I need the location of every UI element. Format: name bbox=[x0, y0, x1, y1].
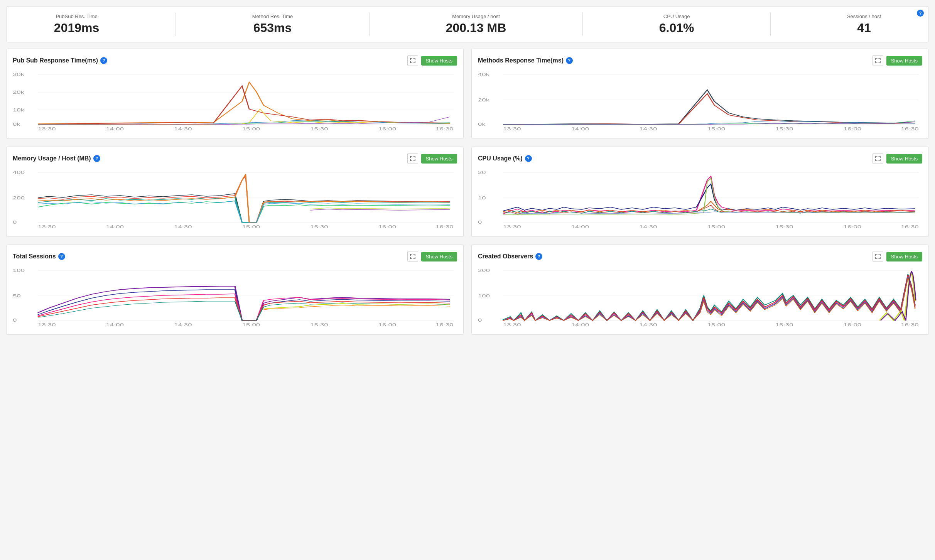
chart-observers: Created Observers ? Show Hosts 200 100 0 bbox=[471, 245, 929, 335]
stat-pubsub-value: 2019ms bbox=[54, 21, 99, 35]
svg-text:16:00: 16:00 bbox=[378, 225, 396, 229]
svg-text:15:30: 15:30 bbox=[310, 127, 328, 131]
stat-divider-4 bbox=[770, 13, 771, 36]
stat-sessions-value: 41 bbox=[847, 21, 881, 35]
chart-cpu-svg: 20 10 0 13:30 14:00 14:30 15:00 15:30 16… bbox=[478, 169, 922, 230]
chart-cpu-expand-button[interactable] bbox=[873, 153, 883, 164]
stat-divider-1 bbox=[176, 13, 176, 36]
chart-cpu-show-hosts-button[interactable]: Show Hosts bbox=[886, 154, 922, 164]
chart-observers-show-hosts-button[interactable]: Show Hosts bbox=[886, 252, 922, 261]
chart-observers-expand-button[interactable] bbox=[873, 251, 883, 262]
chart-methods-controls: Show Hosts bbox=[873, 55, 922, 66]
chart-sessions-help-icon[interactable]: ? bbox=[58, 253, 65, 260]
svg-text:16:00: 16:00 bbox=[844, 225, 861, 229]
stat-pubsub-label: PubSub Res. Time bbox=[54, 13, 99, 19]
chart-observers-title-group: Created Observers ? bbox=[478, 253, 542, 260]
svg-text:30k: 30k bbox=[13, 73, 25, 77]
svg-text:13:30: 13:30 bbox=[38, 225, 56, 229]
chart-memory-expand-button[interactable] bbox=[407, 153, 418, 164]
svg-text:0: 0 bbox=[478, 220, 482, 224]
chart-pubsub-show-hosts-button[interactable]: Show Hosts bbox=[421, 56, 457, 66]
svg-text:20: 20 bbox=[478, 170, 486, 175]
expand-icon bbox=[875, 156, 881, 161]
chart-memory-title-group: Memory Usage / Host (MB) ? bbox=[13, 155, 100, 162]
svg-text:14:00: 14:00 bbox=[106, 127, 124, 131]
svg-text:15:00: 15:00 bbox=[242, 225, 260, 229]
svg-text:20k: 20k bbox=[478, 98, 490, 102]
expand-icon bbox=[410, 58, 415, 63]
svg-text:15:30: 15:30 bbox=[775, 225, 793, 229]
svg-text:16:00: 16:00 bbox=[844, 323, 861, 327]
chart-pubsub-help-icon[interactable]: ? bbox=[100, 57, 107, 64]
svg-text:10: 10 bbox=[478, 196, 486, 200]
svg-text:15:00: 15:00 bbox=[707, 225, 725, 229]
svg-text:14:30: 14:30 bbox=[639, 323, 657, 327]
chart-observers-title: Created Observers bbox=[478, 253, 533, 260]
chart-memory-help-icon[interactable]: ? bbox=[93, 155, 100, 162]
chart-memory-svg: 400 200 0 13:30 14:00 14:30 15:00 15:30 … bbox=[13, 169, 457, 230]
chart-methods-help-icon[interactable]: ? bbox=[566, 57, 573, 64]
chart-methods-expand-button[interactable] bbox=[873, 55, 883, 66]
chart-memory-title: Memory Usage / Host (MB) bbox=[13, 155, 91, 162]
svg-text:15:30: 15:30 bbox=[310, 323, 328, 327]
chart-pubsub-expand-button[interactable] bbox=[407, 55, 418, 66]
charts-grid: Pub Sub Response Time(ms) ? Show Hosts 3… bbox=[6, 49, 929, 335]
chart-sessions-show-hosts-button[interactable]: Show Hosts bbox=[421, 252, 457, 261]
chart-observers-help-icon[interactable]: ? bbox=[535, 253, 542, 260]
svg-text:13:30: 13:30 bbox=[38, 127, 56, 131]
svg-text:14:00: 14:00 bbox=[571, 127, 589, 131]
chart-observers-svg: 200 100 0 13:30 14:00 14:30 15:00 15:30 … bbox=[478, 267, 922, 328]
chart-methods-header: Methods Response Time(ms) ? Show Hosts bbox=[478, 55, 922, 66]
svg-text:15:00: 15:00 bbox=[242, 323, 260, 327]
stat-divider-3 bbox=[582, 13, 583, 36]
stat-method: Method Res. Time 653ms bbox=[252, 13, 293, 35]
chart-cpu-help-icon[interactable]: ? bbox=[525, 155, 532, 162]
svg-text:16:30: 16:30 bbox=[435, 127, 453, 131]
svg-text:14:30: 14:30 bbox=[174, 127, 192, 131]
chart-methods-area: 40k 20k 0k 13:30 14:00 14:30 15:00 15:30… bbox=[478, 71, 922, 132]
svg-text:16:30: 16:30 bbox=[435, 225, 453, 229]
expand-icon bbox=[875, 254, 881, 259]
svg-text:0k: 0k bbox=[478, 122, 486, 127]
svg-text:14:30: 14:30 bbox=[174, 225, 192, 229]
expand-icon bbox=[410, 254, 415, 259]
svg-text:0k: 0k bbox=[13, 122, 20, 127]
svg-text:16:30: 16:30 bbox=[435, 323, 453, 327]
svg-text:10k: 10k bbox=[13, 108, 25, 112]
svg-text:100: 100 bbox=[13, 268, 25, 273]
chart-pubsub-title-group: Pub Sub Response Time(ms) ? bbox=[13, 57, 107, 64]
chart-cpu-area: 20 10 0 13:30 14:00 14:30 15:00 15:30 16… bbox=[478, 169, 922, 230]
expand-icon bbox=[410, 156, 415, 161]
chart-cpu-title: CPU Usage (%) bbox=[478, 155, 523, 162]
svg-text:14:00: 14:00 bbox=[106, 323, 124, 327]
chart-sessions-controls: Show Hosts bbox=[407, 251, 457, 262]
stat-method-label: Method Res. Time bbox=[252, 13, 293, 19]
chart-sessions: Total Sessions ? Show Hosts 100 50 0 bbox=[6, 245, 464, 335]
chart-sessions-header: Total Sessions ? Show Hosts bbox=[13, 251, 457, 262]
chart-memory: Memory Usage / Host (MB) ? Show Hosts 40… bbox=[6, 147, 464, 237]
chart-pubsub-svg: 30k 20k 10k 0k 13:30 14:00 14:30 15:00 1… bbox=[13, 71, 457, 132]
stat-method-value: 653ms bbox=[252, 21, 293, 35]
stat-memory-value: 200.13 MB bbox=[446, 21, 506, 35]
chart-methods-show-hosts-button[interactable]: Show Hosts bbox=[886, 56, 922, 66]
chart-memory-show-hosts-button[interactable]: Show Hosts bbox=[421, 154, 457, 164]
svg-text:15:30: 15:30 bbox=[310, 225, 328, 229]
chart-sessions-title: Total Sessions bbox=[13, 253, 56, 260]
chart-observers-controls: Show Hosts bbox=[873, 251, 922, 262]
help-icon-corner[interactable]: ? bbox=[917, 10, 924, 17]
svg-text:50: 50 bbox=[13, 294, 21, 298]
stat-pubsub: PubSub Res. Time 2019ms bbox=[54, 13, 99, 35]
svg-text:100: 100 bbox=[478, 294, 490, 298]
chart-sessions-expand-button[interactable] bbox=[407, 251, 418, 262]
chart-pubsub-header: Pub Sub Response Time(ms) ? Show Hosts bbox=[13, 55, 457, 66]
stat-memory: Memory Usage / host 200.13 MB bbox=[446, 13, 506, 35]
chart-cpu-controls: Show Hosts bbox=[873, 153, 922, 164]
stat-memory-label: Memory Usage / host bbox=[446, 13, 506, 19]
chart-sessions-area: 100 50 0 13:30 14:00 14:30 15:00 15:30 1… bbox=[13, 267, 457, 328]
svg-text:13:30: 13:30 bbox=[38, 323, 56, 327]
chart-methods-svg: 40k 20k 0k 13:30 14:00 14:30 15:00 15:30… bbox=[478, 71, 922, 132]
chart-pubsub-controls: Show Hosts bbox=[407, 55, 457, 66]
stat-cpu-label: CPU Usage bbox=[659, 13, 694, 19]
svg-text:14:00: 14:00 bbox=[571, 323, 589, 327]
svg-text:15:30: 15:30 bbox=[775, 323, 793, 327]
